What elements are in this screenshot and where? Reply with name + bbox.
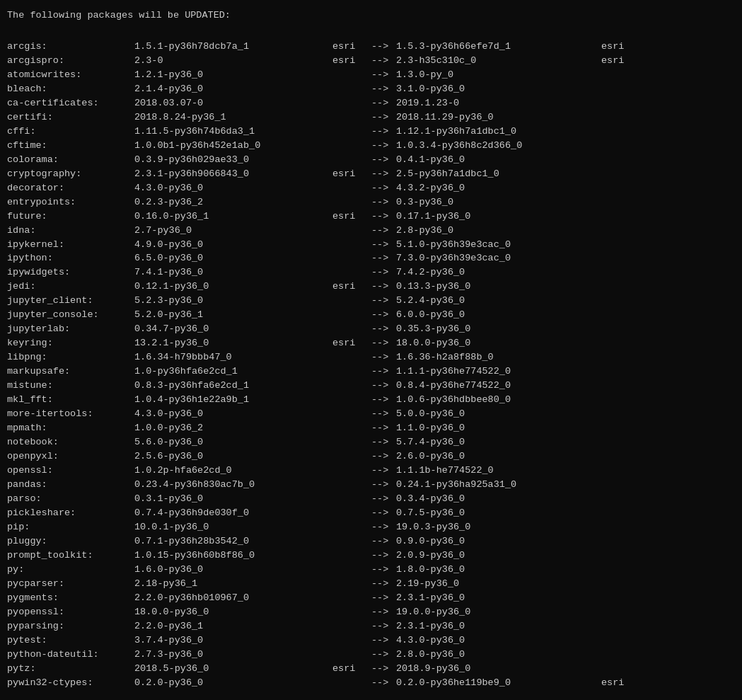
table-row: atomicwrites:1.2.1-py36_0-->1.3.0-py_0: [7, 68, 735, 82]
pkg-channel-from: [332, 294, 371, 308]
pkg-to-version: 5.0.0-py36_0: [396, 407, 601, 421]
pkg-channel-to: [601, 464, 735, 478]
pkg-name: cffi:: [7, 125, 134, 139]
pkg-to-version: 6.0.0-py36_0: [396, 308, 601, 322]
table-row: mpmath:1.0.0-py36_2-->1.1.0-py36_0: [7, 421, 735, 435]
pkg-channel-from: [332, 350, 371, 365]
pkg-channel-to: [601, 633, 735, 648]
pkg-to-version: 2018.11.29-py36_0: [396, 110, 601, 125]
pkg-arrow: -->: [371, 478, 396, 492]
pkg-channel-to: [601, 506, 735, 520]
pkg-to-version: 1.12.1-py36h7a1dbc1_0: [396, 125, 601, 139]
pkg-name: python-dateutil:: [7, 648, 134, 662]
pkg-to-version: 2.0.9-py36_0: [396, 549, 601, 563]
pkg-to-version: 0.3-py36_0: [396, 195, 601, 210]
table-row: pygments:2.2.0-py36hb010967_0-->2.3.1-py…: [7, 591, 735, 605]
pkg-name: jupyterlab:: [7, 322, 134, 336]
pkg-to-version: 5.7.4-py36_0: [396, 435, 601, 449]
pkg-arrow: -->: [371, 308, 396, 322]
table-row: jupyter_client:5.2.3-py36_0-->5.2.4-py36…: [7, 294, 735, 308]
pkg-channel-from: [332, 563, 371, 577]
pkg-from-version: 0.2.3-py36_2: [134, 195, 332, 210]
pkg-from-version: 1.0.4-py36h1e22a9b_1: [134, 393, 332, 407]
pkg-channel-to: [601, 224, 735, 238]
pkg-arrow: -->: [371, 350, 396, 365]
pkg-channel-from: [332, 379, 371, 393]
pkg-from-version: 1.0.0-py36_2: [134, 421, 332, 435]
table-row: notebook:5.6.0-py36_0-->5.7.4-py36_0: [7, 435, 735, 449]
table-row: pytz:2018.5-py36_0esri-->2018.9-py36_0: [7, 662, 735, 676]
pkg-from-version: 2018.8.24-py36_1: [134, 110, 332, 125]
pkg-from-version: 2.3.1-py36h9066843_0: [134, 167, 332, 181]
pkg-channel-to: [601, 125, 735, 139]
pkg-channel-to: [601, 195, 735, 210]
pkg-arrow: -->: [371, 181, 396, 195]
pkg-channel-to: [601, 534, 735, 549]
pkg-channel-from: [332, 110, 371, 125]
terminal-window: The following packages will be UPDATED: …: [3, 6, 739, 693]
pkg-from-version: 1.0.0b1-py36h452e1ab_0: [134, 139, 332, 153]
pkg-to-version: 1.3.0-py_0: [396, 68, 601, 82]
pkg-arrow: -->: [371, 591, 396, 605]
pkg-name: py:: [7, 563, 134, 577]
pkg-from-version: 3.7.4-py36_0: [134, 633, 332, 648]
pkg-channel-to: [601, 308, 735, 322]
pkg-from-version: 0.12.1-py36_0: [134, 280, 332, 294]
pkg-name: jupyter_console:: [7, 308, 134, 322]
pkg-name: pycparser:: [7, 577, 134, 591]
pkg-channel-to: [601, 619, 735, 633]
table-row: openssl:1.0.2p-hfa6e2cd_0-->1.1.1b-he774…: [7, 464, 735, 478]
table-row: entrypoints:0.2.3-py36_2-->0.3-py36_0: [7, 195, 735, 210]
pkg-channel-from: [332, 492, 371, 506]
pkg-from-version: 0.7.4-py36h9de030f_0: [134, 506, 332, 520]
pkg-name: bleach:: [7, 82, 134, 96]
pkg-channel-from: [332, 591, 371, 605]
pkg-channel-from: [332, 435, 371, 449]
pkg-channel-to: [601, 96, 735, 110]
pkg-to-version: 2019.1.23-0: [396, 96, 601, 110]
pkg-channel-from: esri: [332, 54, 371, 68]
pkg-channel-from: [332, 506, 371, 520]
table-row: cryptography:2.3.1-py36h9066843_0esri-->…: [7, 167, 735, 181]
pkg-name: parso:: [7, 492, 134, 506]
pkg-channel-to: [601, 577, 735, 591]
pkg-name: mpmath:: [7, 421, 134, 435]
table-row: ipykernel:4.9.0-py36_0-->5.1.0-py36h39e3…: [7, 238, 735, 252]
pkg-channel-from: [332, 421, 371, 435]
table-row: cftime:1.0.0b1-py36h452e1ab_0-->1.0.3.4-…: [7, 139, 735, 153]
table-row: ipython:6.5.0-py36_0-->7.3.0-py36h39e3ca…: [7, 251, 735, 265]
table-row: mistune:0.8.3-py36hfa6e2cd_1-->0.8.4-py3…: [7, 379, 735, 393]
pkg-channel-from: [332, 181, 371, 195]
pkg-channel-from: [332, 449, 371, 464]
pkg-to-version: 1.1.1b-he774522_0: [396, 464, 601, 478]
pkg-from-version: 4.3.0-py36_0: [134, 181, 332, 195]
table-row: cffi:1.11.5-py36h74b6da3_1-->1.12.1-py36…: [7, 125, 735, 139]
pkg-channel-from: [332, 633, 371, 648]
pkg-arrow: -->: [371, 379, 396, 393]
pkg-name: ipython:: [7, 251, 134, 265]
pkg-channel-from: [332, 308, 371, 322]
pkg-channel-from: [332, 68, 371, 82]
pkg-channel-to: [601, 68, 735, 82]
table-row: jedi:0.12.1-py36_0esri-->0.13.3-py36_0: [7, 280, 735, 294]
pkg-to-version: 1.6.36-h2a8f88b_0: [396, 350, 601, 365]
pkg-to-version: 5.2.4-py36_0: [396, 294, 601, 308]
pkg-arrow: -->: [371, 563, 396, 577]
pkg-channel-from: [332, 534, 371, 549]
table-row: parso:0.3.1-py36_0-->0.3.4-py36_0: [7, 492, 735, 506]
pkg-name: cryptography:: [7, 167, 134, 181]
pkg-channel-from: esri: [332, 210, 371, 224]
pkg-from-version: 1.6.0-py36_0: [134, 563, 332, 577]
pkg-channel-from: [332, 322, 371, 336]
table-row: more-itertools:4.3.0-py36_0-->5.0.0-py36…: [7, 407, 735, 421]
pkg-from-version: 0.7.1-py36h28b3542_0: [134, 534, 332, 549]
pkg-to-version: 2.8-py36_0: [396, 224, 601, 238]
pkg-arrow: -->: [371, 167, 396, 181]
pkg-arrow: -->: [371, 577, 396, 591]
pkg-channel-from: [332, 676, 371, 690]
pkg-from-version: 2.1.4-py36_0: [134, 82, 332, 96]
pkg-from-version: 5.2.3-py36_0: [134, 294, 332, 308]
pkg-to-version: 2018.9-py36_0: [396, 662, 601, 676]
pkg-arrow: -->: [371, 421, 396, 435]
pkg-channel-to: [601, 153, 735, 167]
